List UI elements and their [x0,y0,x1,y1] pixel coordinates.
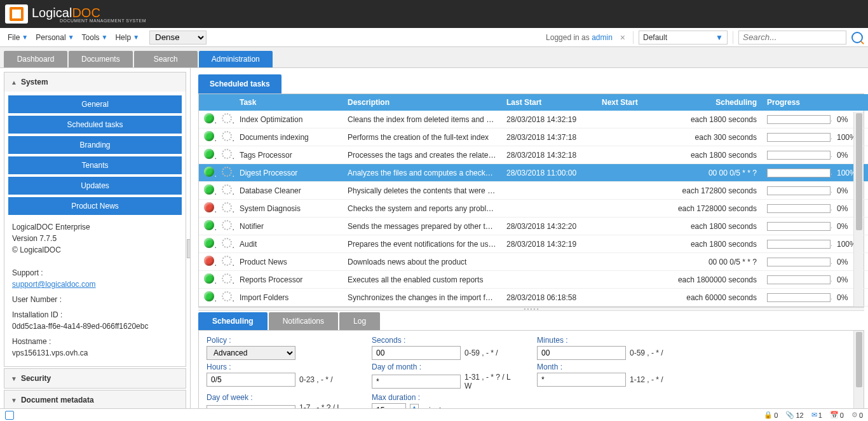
run-task-icon[interactable] [222,184,232,195]
col-last-start[interactable]: Last Start [501,94,597,111]
run-task-icon[interactable] [222,167,232,177]
sidebar-item-updates[interactable]: Updates [8,177,182,195]
minutes-hint: 0-59 , - * / [630,349,663,357]
run-task-icon[interactable] [222,220,232,230]
task-last-start [501,271,597,289]
detail-tab-log[interactable]: Log [339,312,380,330]
status-workflows[interactable]: ⚙0 [851,411,863,419]
tab-dashboard[interactable]: Dashboard [4,51,67,67]
table-row[interactable]: Database CleanerPhysically deletes the c… [199,182,868,200]
table-row[interactable]: Import FoldersSynchronizes the changes i… [199,289,868,307]
maxdur-label: Max duration : [372,393,512,402]
task-next-start [597,217,660,235]
run-task-icon[interactable] [222,256,232,266]
support-email-link[interactable]: support@logicaldoc.com [12,280,96,289]
chevron-up-icon: ▲ [11,79,17,86]
col-progress[interactable]: Progress [762,94,832,111]
sidebar-item-tenants[interactable]: Tenants [8,156,182,174]
tab-search[interactable]: Search [134,51,198,67]
sidebar-item-general[interactable]: General [8,95,182,113]
seconds-input[interactable] [372,346,461,360]
hours-hint: 0-23 , - * / [299,375,333,384]
policy-select[interactable]: Advanced [207,346,295,360]
task-name: Digest Processor [234,164,342,182]
run-task-icon[interactable] [222,113,232,123]
topbar: LogicalDOC DOCUMENT MANAGEMENT SYSTEM [0,0,868,28]
clipboard-icon[interactable] [5,411,14,420]
sidebar-item-scheduled-tasks[interactable]: Scheduled tasks [8,116,182,134]
task-name: Database Cleaner [234,182,342,200]
col-description[interactable]: Description [342,94,501,111]
logout-icon[interactable]: × [618,32,628,43]
search-input[interactable] [738,31,846,45]
menu-help[interactable]: Help▼ [112,32,142,43]
hours-input[interactable] [207,373,295,387]
table-row[interactable]: NotifierSends the messages prepared by o… [199,217,868,235]
task-scheduling: each 1800 seconds [660,217,762,235]
lock-icon: 🔒 [764,411,773,419]
task-name: Product News [234,253,342,271]
status-locked[interactable]: 🔒0 [764,411,778,419]
tenant-select[interactable]: Default▼ [639,31,728,45]
menu-file[interactable]: File▼ [5,32,31,43]
sidebar-security-header[interactable]: ▼ Security [4,369,186,388]
tasks-table: Task Description Last Start Next Start S… [199,94,868,307]
month-input[interactable] [537,373,626,387]
table-row[interactable]: Digest ProcessorAnalyzes the files and c… [199,164,868,182]
detail-scrollbar[interactable] [853,331,864,410]
run-task-icon[interactable] [222,238,232,248]
status-events[interactable]: 📅0 [830,411,844,419]
table-scrollbar[interactable] [853,112,864,307]
horizontal-splitter[interactable]: • • • • • [198,307,864,311]
task-scheduling: each 1728000 seconds [660,200,762,217]
table-row[interactable]: System DiagnosisChecks the system and re… [199,200,868,217]
sidebar-metadata-header[interactable]: ▼ Document metadata [4,390,186,410]
tab-documents[interactable]: Documents [69,51,133,67]
task-description: Executes all the enabled custom reports [342,271,501,289]
run-task-icon[interactable] [222,202,232,212]
task-next-start [597,128,660,146]
mail-icon: ✉ [811,411,817,419]
search-icon[interactable] [851,32,863,43]
col-scheduling[interactable]: Scheduling [660,94,762,111]
run-task-icon[interactable] [222,291,232,301]
status-checked-out[interactable]: 📎12 [785,411,803,419]
col-next-start[interactable]: Next Start [597,94,660,111]
run-task-icon[interactable] [222,273,232,284]
task-name: System Diagnosis [234,200,342,217]
tab-administration[interactable]: Administration [199,51,273,67]
table-row[interactable]: AuditPrepares the event notifications fo… [199,235,868,253]
minutes-input[interactable] [537,346,626,360]
status-green-icon [204,273,214,284]
table-row[interactable]: Reports ProcessorExecutes all the enable… [199,271,868,289]
seconds-label: Seconds : [372,336,512,345]
task-scheduling: each 60000 seconds [660,289,762,307]
subtab-scheduled-tasks[interactable]: Scheduled tasks [198,74,281,93]
table-row[interactable]: Product NewsDownloads news about the pro… [199,253,868,271]
sidebar-item-branding[interactable]: Branding [8,136,182,154]
task-name: Index Optimization [234,111,342,128]
task-last-start [501,200,597,217]
status-messages[interactable]: ✉1 [811,411,822,419]
col-task[interactable]: Task [234,94,342,111]
run-task-icon[interactable] [222,149,232,159]
menu-tools[interactable]: Tools▼ [79,32,111,43]
table-row[interactable]: Tags ProcessorProcesses the tags and cre… [199,146,868,164]
run-task-icon[interactable] [222,131,232,141]
detail-tab-notifications[interactable]: Notifications [269,312,338,330]
sidebar-collapse-handle[interactable] [187,239,191,258]
density-select[interactable]: Dense [149,31,207,45]
dom-hint: 1-31 , - * ? / L W [465,373,512,390]
table-row[interactable]: Documents indexingPerforms the creation … [199,128,868,146]
task-name: Reports Processor [234,271,342,289]
table-row[interactable]: Index OptimizationCleans the index from … [199,111,868,128]
dom-input[interactable] [372,375,461,389]
sidebar-item-product-news[interactable]: Product News [8,197,182,215]
menu-personal[interactable]: Personal▼ [33,32,76,43]
calendar-icon: 📅 [830,411,839,419]
status-red-icon [204,202,214,212]
task-scheduling: each 1800 seconds [660,111,762,128]
detail-tab-scheduling[interactable]: Scheduling [198,312,268,330]
task-name: Documents indexing [234,128,342,146]
sidebar-system-header[interactable]: ▲ System [4,72,186,92]
